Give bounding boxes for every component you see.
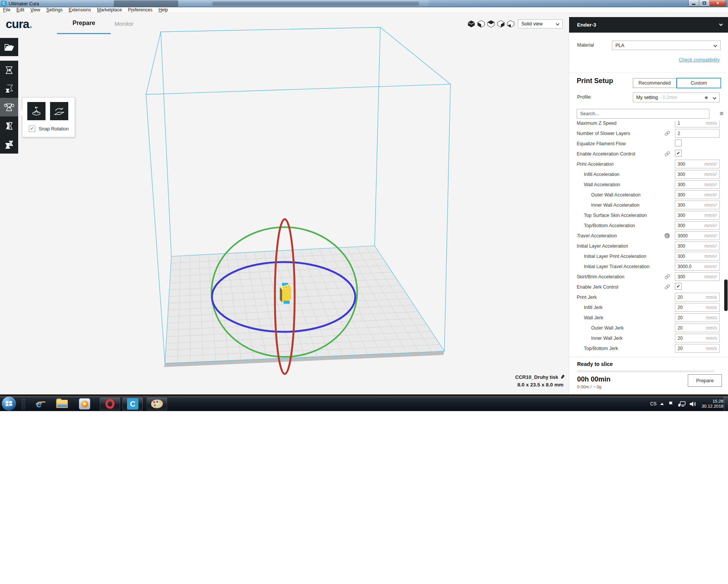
- setting-value-input[interactable]: 3000.0mm/s²: [675, 262, 720, 271]
- rename-pencil-icon[interactable]: ✎: [560, 374, 565, 380]
- menu-edit[interactable]: Edit: [13, 7, 27, 13]
- setting-label: Top/Bottom Jerk: [584, 346, 618, 351]
- front-view-icon[interactable]: [476, 20, 486, 28]
- top-view-icon[interactable]: [486, 20, 496, 28]
- setting-value-input[interactable]: 20mm/s: [675, 303, 720, 312]
- setting-value-input[interactable]: 2: [675, 129, 720, 138]
- setting-value-input[interactable]: 300mm/s²: [675, 221, 720, 230]
- cura-taskbar-button[interactable]: C: [122, 397, 143, 411]
- titlebar-glass-artifact: [428, 0, 728, 7]
- move-tool-button[interactable]: [0, 61, 18, 79]
- slice-progress-bar: [577, 370, 714, 372]
- mirror-tool-button[interactable]: [0, 116, 18, 135]
- lay-flat-button[interactable]: [50, 102, 68, 120]
- rotate-tool-popup: ✔ Snap Rotation: [22, 97, 75, 137]
- setting-value-input[interactable]: 300mm/s²: [675, 170, 720, 179]
- setting-checkbox[interactable]: ✔: [675, 150, 682, 157]
- setting-value-input[interactable]: 300mm/s²: [675, 252, 720, 261]
- setting-label: Enable Acceleration Control: [577, 151, 635, 157]
- material-dropdown[interactable]: PLA: [612, 41, 721, 50]
- machine-selector[interactable]: Ender-3: [569, 17, 728, 33]
- show-desktop-button[interactable]: [724, 396, 728, 411]
- setting-value-input[interactable]: 3000mm/s²: [675, 231, 720, 240]
- popup-arrow: [19, 110, 22, 116]
- paint-taskbar-button[interactable]: [146, 397, 168, 411]
- system-tray: CS 15:28 30.12.2018: [650, 396, 723, 411]
- menu-view[interactable]: View: [27, 7, 43, 13]
- scale-tool-button[interactable]: [0, 79, 18, 98]
- setting-value-input[interactable]: 300mm/s²: [675, 242, 720, 250]
- left-view-icon[interactable]: [496, 20, 506, 28]
- title-bar[interactable]: C Ultimaker Cura: [0, 0, 728, 7]
- setting-checkbox[interactable]: ✔: [675, 283, 682, 290]
- setting-row: Maximum Z Speed1mm/s: [569, 121, 724, 128]
- profile-label: Profile:: [577, 94, 592, 100]
- setting-value-input[interactable]: 20mm/s: [675, 293, 720, 301]
- setting-value-input[interactable]: 20mm/s: [675, 323, 720, 332]
- setting-checkbox[interactable]: [675, 140, 682, 146]
- recommended-button[interactable]: Recommended: [633, 78, 676, 88]
- setting-value-input[interactable]: 300mm/s²: [675, 160, 720, 168]
- setting-value-input[interactable]: 300mm/s²: [675, 201, 720, 209]
- minimize-button[interactable]: [689, 0, 699, 6]
- menu-preferences[interactable]: Preferences: [125, 7, 155, 13]
- volume-icon[interactable]: [689, 401, 696, 407]
- per-model-settings-button[interactable]: [0, 135, 18, 154]
- machine-name: Ender-3: [577, 22, 596, 28]
- setting-value-input[interactable]: 20mm/s: [675, 313, 720, 322]
- internet-explorer-icon[interactable]: e: [33, 398, 46, 410]
- network-icon[interactable]: [678, 401, 686, 407]
- setting-row: Outer Wall Jerk20mm/s: [569, 323, 724, 333]
- setting-row: Wall Acceleration300mm/s²: [569, 179, 724, 190]
- opera-taskbar-button[interactable]: [99, 397, 121, 411]
- menu-file[interactable]: File: [0, 7, 13, 13]
- setting-value-input[interactable]: 300mm/s²: [675, 211, 720, 220]
- action-center-flag-icon[interactable]: [668, 401, 674, 407]
- maximize-button[interactable]: [699, 0, 710, 6]
- rotate-tool-button[interactable]: [0, 98, 18, 116]
- setting-unit: mm/s²: [704, 254, 717, 259]
- tray-date: 30.12.2018: [701, 404, 723, 409]
- setting-row: Enable Jerk Control✔: [569, 282, 724, 292]
- tray-expand-icon[interactable]: [660, 403, 664, 405]
- clock[interactable]: 15:28 30.12.2018: [701, 399, 723, 409]
- setting-value-input[interactable]: 300mm/s²: [675, 190, 720, 199]
- right-view-icon[interactable]: [506, 20, 516, 28]
- start-button[interactable]: [2, 397, 16, 411]
- setting-value-input[interactable]: 300mm/s²: [675, 272, 720, 281]
- menu-marketplace[interactable]: Marketplace: [94, 7, 125, 13]
- tab-prepare[interactable]: Prepare: [57, 13, 111, 34]
- close-button[interactable]: ✕: [710, 0, 726, 6]
- setting-value-input[interactable]: 20mm/s: [675, 344, 720, 353]
- setting-label: Equalize Filament Flow: [577, 141, 626, 146]
- setting-row: Inner Wall Acceleration300mm/s²: [569, 200, 724, 210]
- setting-row: Initial Layer Travel Acceleration3000.0m…: [569, 261, 724, 272]
- setting-row: Enable Acceleration Control✔: [569, 149, 724, 159]
- 3d-view-icon[interactable]: [466, 20, 476, 28]
- setting-unit: mm/s: [706, 336, 717, 341]
- setting-value-input[interactable]: 20mm/s: [675, 334, 720, 342]
- settings-scrollbar[interactable]: [724, 279, 728, 311]
- reset-rotation-button[interactable]: [27, 102, 46, 120]
- language-indicator[interactable]: CS: [650, 401, 657, 407]
- view-mode-dropdown[interactable]: Solid view: [518, 19, 563, 28]
- menu-extensions[interactable]: Extensions: [66, 7, 94, 13]
- setting-value: 3000: [678, 233, 704, 239]
- setting-value-input[interactable]: 1mm/s: [675, 121, 720, 127]
- profile-dropdown[interactable]: My setting - 0.2mm ★: [633, 93, 720, 102]
- setting-row: Inner Wall Jerk20mm/s: [569, 333, 724, 343]
- menu-settings[interactable]: Settings: [43, 7, 66, 13]
- menu-help[interactable]: Help: [155, 7, 171, 13]
- settings-menu-icon[interactable]: ≡: [720, 110, 723, 118]
- prepare-button[interactable]: Prepare: [688, 374, 722, 387]
- custom-button[interactable]: Custom: [676, 78, 721, 88]
- check-compatibility-link[interactable]: Check compatibility: [679, 57, 720, 63]
- snap-rotation-checkbox[interactable]: ✔: [29, 126, 35, 132]
- media-player-icon[interactable]: [78, 398, 91, 410]
- setting-value-input[interactable]: 300mm/s²: [675, 180, 720, 189]
- windows-explorer-icon[interactable]: [55, 398, 68, 410]
- open-file-button[interactable]: [0, 38, 18, 56]
- settings-search-input[interactable]: Search...: [577, 109, 709, 119]
- setting-unit: mm/s²: [704, 203, 717, 208]
- tab-monitor[interactable]: Monitor: [111, 13, 137, 34]
